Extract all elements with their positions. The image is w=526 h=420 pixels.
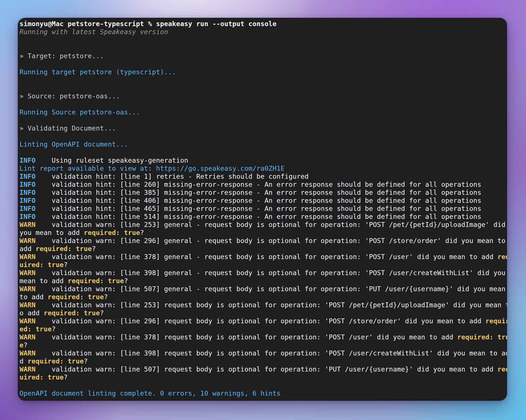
terminal-line: WARN validation warn: [line 398] request…: [20, 349, 507, 357]
text-segment: req: [497, 253, 507, 260]
terminal-line: » Source: petstore-oas...: [20, 92, 507, 100]
text-segment: required: true: [36, 245, 92, 252]
text-segment: validation warn: [line 378] general - re…: [36, 253, 498, 260]
terminal-line: » Validating Document...: [20, 124, 507, 132]
terminal-line: simonyu@Mac petstore-typescript % speake…: [20, 20, 507, 28]
text-segment: simonyu@Mac petstore-typescript % speake…: [20, 20, 276, 28]
terminal-line: uired: true?: [20, 373, 507, 381]
terminal-line: Linting OpenAPI document...: [20, 140, 507, 148]
text-segment: validation hint: [line 1] retries - Retr…: [36, 173, 309, 180]
text-segment: Using ruleset speakeasy-generation: [36, 157, 188, 164]
text-segment: OpenAPI document linting complete. 0 err…: [20, 390, 281, 397]
terminal-line: [20, 36, 507, 44]
info-label: INFO: [20, 189, 36, 196]
text-segment: you mean to add: [20, 229, 84, 236]
terminal-line: » Target: petstore...: [20, 52, 507, 60]
text-segment: required: tru: [457, 333, 507, 341]
text-segment: ?: [104, 293, 108, 301]
terminal-line: INFO validation hint: [line 406] missing…: [20, 197, 507, 205]
terminal-line: WARN validation warn: [line 296] request…: [20, 317, 507, 325]
text-segment: Running with latest Speakeasy version: [20, 28, 168, 36]
terminal-line: Running Source petstore-oas...: [20, 108, 507, 116]
terminal-line: ed: true?: [20, 325, 507, 333]
terminal-line: [20, 76, 507, 84]
terminal-line: [20, 381, 507, 389]
terminal-line: WARN validation warn: [line 507] general…: [20, 285, 507, 293]
text-segment: validation warn: [line 253] general - re…: [36, 221, 506, 228]
terminal-line: INFO validation hint: [line 260] missing…: [20, 180, 507, 188]
desktop-background: { "terminal": { "colors": { "background"…: [0, 0, 526, 420]
text-segment: ?: [84, 357, 88, 365]
terminal-line: INFO validation hint: [line 465] missing…: [20, 205, 507, 213]
text-segment: validation warn: [line 296] request body…: [36, 317, 486, 325]
terminal-line: [20, 84, 507, 92]
terminal-line: WARN validation warn: [line 378] general…: [20, 253, 507, 261]
terminal-screen[interactable]: simonyu@Mac petstore-typescript % speake…: [20, 20, 507, 401]
text-segment: uired: true: [20, 374, 64, 381]
info-label: INFO: [20, 173, 36, 180]
text-segment: Linting OpenAPI document...: [20, 141, 128, 148]
warn-label: WARN: [20, 237, 36, 244]
terminal-line: mean to add required: true?: [20, 277, 507, 285]
terminal-window[interactable]: simonyu@Mac petstore-typescript % speake…: [18, 18, 507, 401]
text-segment: » Source: petstore-oas...: [20, 92, 120, 100]
text-segment: Running Source petstore-oas...: [20, 108, 140, 116]
terminal-line: add required: true?: [20, 245, 507, 253]
text-segment: validation hint: [line 260] missing-erro…: [36, 181, 481, 188]
warn-label: WARN: [20, 285, 36, 293]
warn-label: WARN: [20, 317, 36, 325]
text-segment: validation warn: [line 296] general - re…: [36, 237, 506, 244]
terminal-line: d required: true?: [20, 357, 507, 365]
text-segment: validation hint: [line 406] missing-erro…: [36, 197, 481, 204]
text-segment: validation hint: [line 385] missing-erro…: [36, 189, 481, 196]
terminal-line: WARN validation warn: [line 398] general…: [20, 269, 507, 277]
text-segment: ed: true: [20, 325, 52, 333]
text-segment: validation warn: [line 507] general - re…: [36, 285, 506, 293]
text-segment: required: true: [68, 277, 124, 285]
terminal-line: Lint report available to view at: https:…: [20, 164, 507, 172]
terminal-line: INFO validation hint: [line 514] missing…: [20, 213, 507, 221]
terminal-line: [20, 116, 507, 124]
text-segment: ?: [64, 374, 68, 381]
terminal-line: you mean to add required: true?: [20, 229, 507, 237]
terminal-line: WARN validation warn: [line 253] request…: [20, 301, 507, 309]
warn-label: WARN: [20, 253, 36, 260]
text-segment: mean to add: [20, 277, 68, 285]
text-segment: to add: [20, 293, 48, 301]
terminal-line: Running target petstore (typescript)...: [20, 68, 507, 76]
text-segment: d: [20, 357, 28, 365]
text-segment: requir: [486, 317, 507, 325]
terminal-line: [20, 60, 507, 68]
text-segment: ?: [124, 277, 128, 285]
terminal-line: to add required: true?: [20, 293, 507, 301]
text-segment: ?: [24, 341, 28, 349]
text-segment: » Target: petstore...: [20, 52, 104, 60]
text-segment: » Validating Document...: [20, 125, 116, 132]
text-segment: ?: [92, 245, 96, 252]
text-segment: ?: [140, 229, 144, 236]
terminal-line: WARN validation warn: [line 378] request…: [20, 333, 507, 341]
text-segment: ?: [52, 325, 56, 333]
terminal-line: INFO validation hint: [line 385] missing…: [20, 188, 507, 197]
terminal-line: uired: true?: [20, 261, 507, 269]
text-segment: e: [20, 341, 24, 349]
text-segment: validation warn: [line 507] request body…: [36, 365, 498, 373]
terminal-line: INFO validation hint: [line 1] retries -…: [20, 172, 507, 180]
text-segment: o add: [20, 309, 44, 317]
text-segment: ?: [64, 261, 68, 269]
text-segment: validation warn: [line 398] general - re…: [36, 269, 506, 277]
text-segment: validation warn: [line 378] request body…: [36, 333, 457, 341]
terminal-line: [20, 100, 507, 108]
terminal-line: [20, 148, 507, 156]
text-segment: required: true: [28, 357, 84, 365]
warn-label: WARN: [20, 365, 36, 373]
text-segment: uired: true: [20, 261, 64, 269]
text-segment: ?: [100, 309, 104, 317]
warn-label: WARN: [20, 221, 36, 228]
terminal-line: [20, 44, 507, 52]
text-segment: required: true: [48, 293, 104, 301]
text-segment: validation hint: [line 465] missing-erro…: [36, 205, 481, 212]
terminal-line: Running with latest Speakeasy version: [20, 28, 507, 36]
warn-label: WARN: [20, 333, 36, 341]
info-label: INFO: [20, 213, 36, 220]
